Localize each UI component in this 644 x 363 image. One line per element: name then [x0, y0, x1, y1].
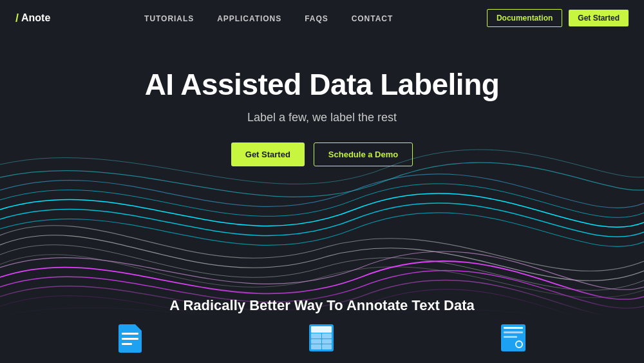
bottom-section: A Radically Better Way To Annotate Text …	[0, 284, 644, 363]
hero-get-started-button[interactable]: Get Started	[231, 142, 305, 166]
document-icon-block	[118, 324, 142, 353]
hero-buttons: Get Started Schedule a Demo	[231, 142, 413, 166]
logo-text: Anote	[21, 12, 50, 24]
documentation-button[interactable]: Documentation	[487, 9, 562, 27]
table-header	[311, 326, 332, 333]
icon-line-3	[122, 343, 132, 345]
hero-title: AI Assisted Data Labeling	[145, 67, 500, 102]
table-cell-4	[322, 339, 332, 344]
nav-links: TUTORIALS APPLICATIONS FAQS CONTACT	[144, 12, 393, 24]
hero-section: AI Assisted Data Labeling Label a few, w…	[0, 36, 644, 166]
search-icon-block	[501, 324, 526, 353]
hero-subtitle: Label a few, we label the rest	[247, 111, 397, 124]
hero-schedule-demo-button[interactable]: Schedule a Demo	[314, 142, 413, 166]
get-started-nav-button[interactable]: Get Started	[569, 10, 629, 26]
nav-link-applications[interactable]: APPLICATIONS	[217, 14, 281, 23]
icon-line-1	[122, 333, 138, 335]
icon-line-2	[122, 338, 138, 340]
search-line-2	[504, 331, 523, 333]
table-cell-6	[322, 344, 332, 349]
nav-item-faqs[interactable]: FAQS	[305, 12, 328, 24]
table-cell-1	[311, 333, 321, 338]
nav-actions: Documentation Get Started	[487, 9, 629, 27]
nav-link-faqs[interactable]: FAQS	[305, 14, 328, 23]
table-cell-5	[311, 344, 321, 349]
bottom-title: A Radically Better Way To Annotate Text …	[0, 297, 644, 314]
search-line-3	[504, 336, 517, 338]
nav-link-contact[interactable]: CONTACT	[352, 14, 393, 23]
search-circle-icon	[515, 340, 523, 348]
feature-icons-row	[0, 324, 644, 353]
search-table-icon	[501, 324, 526, 351]
logo: / Anote	[15, 12, 50, 25]
table-cell-2	[322, 333, 332, 338]
nav-link-tutorials[interactable]: TUTORIALS	[144, 14, 194, 23]
logo-slash: /	[15, 12, 19, 25]
table-icon	[309, 324, 334, 351]
nav-item-contact[interactable]: CONTACT	[352, 12, 393, 24]
nav-item-applications[interactable]: APPLICATIONS	[217, 12, 281, 24]
nav-item-tutorials[interactable]: TUTORIALS	[144, 12, 194, 24]
navbar: / Anote TUTORIALS APPLICATIONS FAQS CONT…	[0, 0, 644, 36]
table-icon-block	[309, 324, 334, 353]
search-line-1	[504, 327, 523, 329]
document-icon	[118, 324, 142, 353]
table-cell-3	[311, 339, 321, 344]
